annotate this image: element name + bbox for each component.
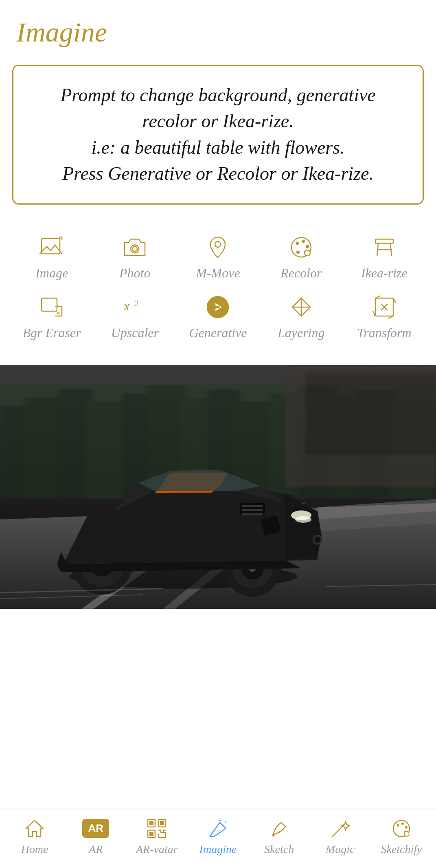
svg-text:✕: ✕ bbox=[56, 310, 61, 316]
app-title: Imagine bbox=[16, 16, 420, 48]
svg-point-118 bbox=[397, 824, 399, 827]
nav-ar-vatar[interactable]: AR-vatar bbox=[132, 817, 181, 856]
svg-text:2: 2 bbox=[134, 298, 138, 308]
nav-sketch-label: Sketch bbox=[264, 843, 294, 856]
svg-rect-53 bbox=[305, 373, 436, 454]
svg-point-76 bbox=[295, 516, 311, 523]
nav-imagine-label: Imagine bbox=[199, 843, 237, 856]
nav-home-label: Home bbox=[21, 843, 48, 856]
tool-transform[interactable]: Transform bbox=[345, 289, 424, 345]
tool-transform-label: Transform bbox=[357, 325, 411, 340]
svg-rect-0 bbox=[42, 238, 60, 254]
svg-rect-91 bbox=[149, 821, 153, 825]
image-icon bbox=[37, 233, 66, 262]
prompt-text: Prompt to change background, generative … bbox=[34, 82, 402, 187]
tool-bgr-eraser[interactable]: ✕ Bgr Eraser bbox=[12, 289, 91, 345]
header: Imagine bbox=[0, 0, 436, 57]
tool-generative-label: Generative bbox=[189, 325, 247, 340]
svg-line-106 bbox=[214, 829, 226, 837]
svg-point-7 bbox=[296, 242, 299, 245]
nav-ar-label: AR bbox=[89, 843, 103, 856]
nav-sketch[interactable]: Sketch bbox=[255, 817, 304, 856]
tool-ikea-rize[interactable]: Ikea-rize bbox=[345, 229, 424, 285]
tool-photo[interactable]: Photo bbox=[95, 229, 174, 285]
tool-m-move[interactable]: M-Move bbox=[178, 229, 257, 285]
svg-point-12 bbox=[305, 250, 310, 256]
svg-point-119 bbox=[401, 822, 404, 825]
qr-icon bbox=[146, 817, 168, 840]
svg-marker-116 bbox=[342, 822, 350, 830]
bgr-eraser-icon: ✕ bbox=[37, 293, 66, 321]
star-wand-icon bbox=[329, 817, 351, 840]
x2-icon: x 2 bbox=[121, 293, 149, 321]
tool-image-label: Image bbox=[35, 266, 68, 281]
svg-line-105 bbox=[220, 822, 226, 829]
svg-text:x: x bbox=[123, 299, 129, 313]
pen-icon bbox=[268, 817, 290, 840]
nav-home[interactable]: Home bbox=[10, 817, 59, 856]
nav-imagine[interactable]: Imagine bbox=[193, 817, 242, 856]
stool-icon bbox=[370, 233, 399, 262]
svg-point-11 bbox=[296, 251, 300, 254]
nav-sketchify[interactable]: Sketchify bbox=[377, 817, 426, 856]
svg-rect-80 bbox=[242, 505, 263, 507]
palette-icon bbox=[287, 233, 315, 262]
tool-ikea-rize-label: Ikea-rize bbox=[361, 266, 408, 281]
tool-layering-label: Layering bbox=[278, 325, 325, 340]
svg-rect-93 bbox=[160, 821, 164, 825]
ar-badge-icon: AR bbox=[85, 817, 107, 840]
svg-marker-89 bbox=[26, 820, 43, 837]
svg-rect-82 bbox=[242, 513, 263, 515]
send-icon bbox=[204, 293, 232, 321]
crop-icon bbox=[370, 293, 399, 321]
tool-m-move-label: M-Move bbox=[196, 266, 240, 281]
tool-layering[interactable]: Layering bbox=[262, 289, 341, 345]
car-image bbox=[0, 365, 436, 609]
svg-point-5 bbox=[215, 242, 221, 247]
svg-point-8 bbox=[302, 240, 305, 243]
tools-grid: Image Photo M-Move bbox=[0, 213, 436, 353]
tool-image[interactable]: Image bbox=[12, 229, 91, 285]
tool-upscaler-label: Upscaler bbox=[111, 325, 159, 340]
tool-recolor-label: Recolor bbox=[280, 266, 322, 281]
svg-rect-17 bbox=[42, 298, 57, 311]
svg-point-9 bbox=[306, 245, 309, 248]
location-pin-icon bbox=[204, 233, 232, 262]
nav-ar[interactable]: AR AR bbox=[71, 817, 120, 856]
svg-rect-13 bbox=[375, 239, 393, 243]
home-icon bbox=[24, 817, 46, 840]
svg-line-104 bbox=[210, 822, 220, 837]
tool-bgr-eraser-label: Bgr Eraser bbox=[23, 325, 81, 340]
tool-generative[interactable]: Generative bbox=[178, 289, 257, 345]
svg-point-120 bbox=[405, 826, 408, 829]
svg-point-85 bbox=[314, 537, 321, 543]
tool-recolor[interactable]: Recolor bbox=[262, 229, 341, 285]
svg-point-122 bbox=[404, 831, 409, 836]
svg-point-4 bbox=[132, 246, 137, 251]
nav-sketchify-label: Sketchify bbox=[381, 843, 422, 856]
bottom-nav: Home AR AR bbox=[0, 809, 436, 868]
app-container: Imagine Prompt to change background, gen… bbox=[0, 0, 436, 868]
nav-magic-label: Magic bbox=[326, 843, 355, 856]
camera-icon bbox=[121, 233, 149, 262]
tool-upscaler[interactable]: x 2 Upscaler bbox=[95, 289, 174, 345]
nav-magic[interactable]: Magic bbox=[316, 817, 365, 856]
nav-ar-vatar-label: AR-vatar bbox=[136, 843, 178, 856]
svg-rect-81 bbox=[242, 509, 263, 511]
palette2-icon bbox=[390, 817, 412, 840]
tool-photo-label: Photo bbox=[119, 266, 150, 281]
svg-rect-95 bbox=[149, 832, 153, 836]
diamond-icon bbox=[287, 293, 315, 321]
prompt-box[interactable]: Prompt to change background, generative … bbox=[12, 65, 424, 205]
wand-icon bbox=[207, 817, 229, 840]
